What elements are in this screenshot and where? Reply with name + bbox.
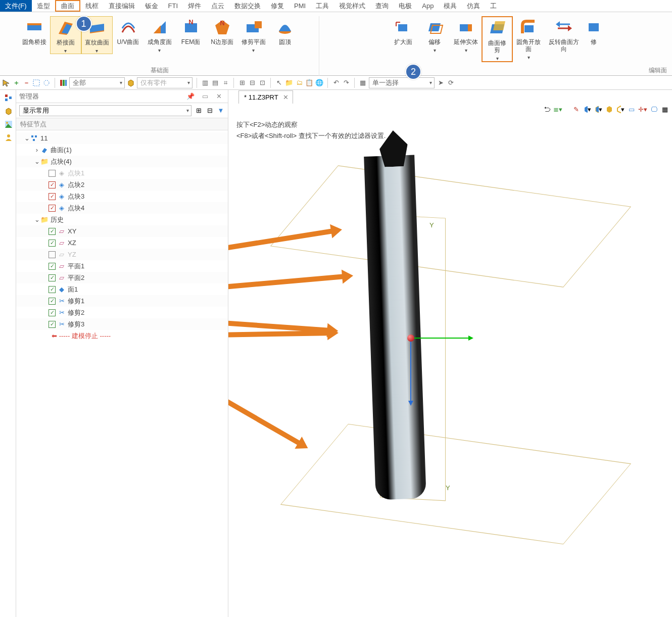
secondary-toolbar: ＋ － 全部 仅有零件 ▥ ▤ ⌗ ⊞ ⊟ ⊡ ↖ 📁 🗂 📋 🌐 ↶ ↷ ▦ … xyxy=(0,76,672,90)
menu-surface[interactable]: 曲面 xyxy=(55,0,80,12)
btn-nside-face[interactable]: N N边形面 xyxy=(207,16,238,45)
menu-mold[interactable]: 模具 xyxy=(439,0,462,12)
manager-titlebar: 管理器 📌 ▭ ✕ xyxy=(16,90,228,103)
tool-icon[interactable]: ⊞ xyxy=(238,79,246,87)
tree-block-3[interactable]: ✓ ◈ 点块3 xyxy=(16,191,228,202)
tool-icon[interactable]: ▤ xyxy=(211,79,219,87)
box-icon[interactable] xyxy=(127,79,135,87)
main-area: 管理器 📌 ▭ ✕ 显示常用 ⊞ ⊟ ▼ 特征节点 ⌄ 11 › 曲面(1) ⌄… xyxy=(0,90,672,617)
tree-block-4[interactable]: ✓ ◈ 点块4 xyxy=(16,202,228,214)
globe-icon[interactable]: 🌐 xyxy=(315,79,323,87)
user-icon[interactable] xyxy=(4,133,12,141)
menu-query[interactable]: 查询 xyxy=(370,0,394,12)
panel-controls[interactable]: 📌 ▭ ✕ xyxy=(186,92,225,100)
manager-toolbar: 显示常用 ⊞ ⊟ ▼ xyxy=(16,103,228,118)
expand-icon[interactable]: ⊞ xyxy=(195,107,203,115)
folder-icon[interactable]: 🗂 xyxy=(295,79,303,87)
parts-only-select[interactable]: 仅有零件 xyxy=(137,77,193,88)
tool-icon[interactable]: ⊟ xyxy=(248,79,256,87)
tree-hist-trim2[interactable]: ✓✂修剪2 xyxy=(16,307,228,318)
box-icon[interactable]: ▦ xyxy=(359,79,367,87)
btn-ruled-surface[interactable]: 直纹曲面 ▾ 1 xyxy=(81,16,113,54)
tree-hist-plane1[interactable]: ✓▱平面1 xyxy=(16,260,228,272)
tree-blocks-group[interactable]: ⌄ 📁 点块(4) xyxy=(16,156,228,167)
arrow-cursor-icon[interactable] xyxy=(2,79,10,87)
menu-shape[interactable]: 造型 xyxy=(32,0,55,12)
cube-icon[interactable] xyxy=(4,107,12,115)
menu-pmi[interactable]: PMI xyxy=(289,0,311,12)
menu-sheet[interactable]: 钣金 xyxy=(140,0,163,12)
menu-weld[interactable]: 焊件 xyxy=(183,0,206,12)
plus-icon[interactable]: ＋ xyxy=(12,79,20,87)
menu-pcloud[interactable]: 点云 xyxy=(206,0,229,12)
svg-rect-22 xyxy=(524,25,534,32)
select-rect-icon[interactable] xyxy=(32,79,40,87)
btn-more[interactable]: 修 xyxy=(584,16,604,45)
filter-icon[interactable]: ▼ xyxy=(217,107,225,115)
cube-icon: ◈ xyxy=(58,204,66,212)
viewport-scene[interactable]: Y Y xyxy=(228,90,672,617)
menu-tools[interactable]: 工具 xyxy=(311,0,334,12)
menu-heal[interactable]: 修复 xyxy=(266,0,289,12)
tree-hist-xz[interactable]: ✓▱XZ xyxy=(16,237,228,249)
refresh-icon[interactable]: ⟳ xyxy=(447,79,455,87)
collapse-icon[interactable]: ⊟ xyxy=(206,107,214,115)
tool-icon[interactable]: ↖ xyxy=(275,79,283,87)
menu-data[interactable]: 数据交换 xyxy=(229,0,266,12)
minus-icon[interactable]: － xyxy=(22,79,30,87)
menu-fti[interactable]: FTI xyxy=(163,0,183,12)
tool-icon[interactable]: ⌗ xyxy=(221,79,229,87)
annotation-arrow xyxy=(228,333,306,449)
btn-enlarge-face[interactable]: 扩大面 xyxy=(388,16,419,45)
tree-hist-trim3[interactable]: ✓✂修剪3 xyxy=(16,318,228,330)
tree-hist-face1[interactable]: ✓◆面1 xyxy=(16,283,228,295)
palette-icon[interactable] xyxy=(59,79,67,87)
list-icon[interactable]: 📋 xyxy=(305,79,313,87)
btn-surface-trim[interactable]: 曲面修剪 ▾ xyxy=(482,16,513,62)
tree-root[interactable]: ⌄ 11 xyxy=(16,132,228,144)
btn-offset[interactable]: 偏移 ▾ xyxy=(419,16,450,53)
tree-hist-yz[interactable]: ✓▱YZ xyxy=(16,249,228,260)
tree-history[interactable]: ⌄ 📁 历史 xyxy=(16,214,228,225)
viewport[interactable]: * 11.Z3PRT ✕ ⮌ ≣▾ ✎ ▾ ▾ ▾ ▭ ✛▾ 🖵 ▦ 按下<F2… xyxy=(228,90,672,617)
annotation-arrow xyxy=(228,273,349,301)
filter-all-select[interactable]: 全部 xyxy=(69,77,125,88)
landscape-icon[interactable] xyxy=(4,120,12,128)
tree-block-2[interactable]: ✓ ◈ 点块2 xyxy=(16,179,228,191)
btn-uv-surface[interactable]: U/V曲面 xyxy=(113,16,144,45)
display-mode-select[interactable]: 显示常用 xyxy=(19,105,191,116)
tree-block-1[interactable]: ✓ ◈ 点块1 xyxy=(16,167,228,179)
tree-surface[interactable]: › 曲面(1) xyxy=(16,144,228,156)
tool-icon[interactable]: ▥ xyxy=(201,79,209,87)
menu-electrode[interactable]: 电极 xyxy=(394,0,417,12)
menu-wire[interactable]: 线框 xyxy=(80,0,104,12)
btn-extend[interactable]: 延伸实体 ▾ xyxy=(450,16,482,53)
btn-fillet-open[interactable]: 圆角开放面 ▾ xyxy=(513,16,544,60)
hierarchy-icon xyxy=(30,134,38,143)
btn-dome[interactable]: 圆顶 xyxy=(269,16,301,45)
tree-icon[interactable] xyxy=(4,94,12,102)
select-lasso-icon[interactable] xyxy=(42,79,51,87)
sidebar-iconbar xyxy=(0,90,16,617)
select-mode-select[interactable]: 单一选择 xyxy=(369,77,435,88)
btn-trim-plane[interactable]: 修剪平面 ▾ xyxy=(238,16,269,53)
btn-fillet-bridge[interactable]: 圆角桥接 xyxy=(19,16,50,45)
cursor-icon[interactable]: ➤ xyxy=(437,79,445,87)
menu-app[interactable]: App xyxy=(417,0,439,12)
redo-icon[interactable]: ↷ xyxy=(342,79,350,87)
tree-hist-plane2[interactable]: ✓▱平面2 xyxy=(16,272,228,283)
btn-angle-face[interactable]: 成角度面 ▾ xyxy=(144,16,175,53)
tool-icon[interactable]: ⊡ xyxy=(258,79,266,87)
trim-icon: ✂ xyxy=(58,297,66,305)
menu-direct[interactable]: 直接编辑 xyxy=(104,0,140,12)
folder-icon[interactable]: 📁 xyxy=(285,79,293,87)
menu-visual[interactable]: 视觉样式 xyxy=(334,0,370,12)
tree-hist-trim1[interactable]: ✓✂修剪1 xyxy=(16,295,228,307)
tree-hist-xy[interactable]: ✓▱XY xyxy=(16,225,228,237)
btn-flip-surface[interactable]: 反转曲面方向 xyxy=(544,16,584,53)
file-menu[interactable]: 文件(F) xyxy=(0,0,32,12)
btn-fem-face[interactable]: N FEM面 xyxy=(175,16,207,45)
undo-icon[interactable]: ↶ xyxy=(332,79,340,87)
menu-sim[interactable]: 仿真 xyxy=(462,0,485,12)
menu-more[interactable]: 工 xyxy=(485,0,502,12)
